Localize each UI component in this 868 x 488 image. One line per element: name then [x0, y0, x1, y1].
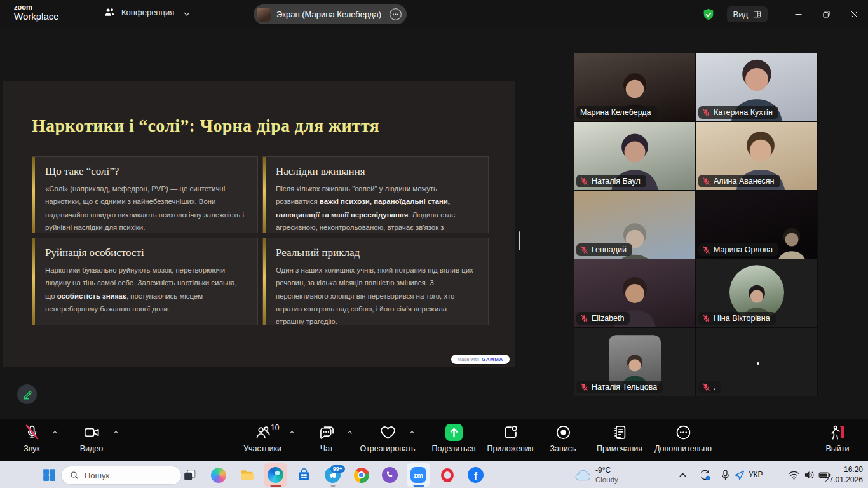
card-title: Руйнація особистості	[45, 247, 246, 259]
edge-icon	[268, 467, 283, 483]
clock-widget[interactable]: 16:20 27.01.2026	[825, 465, 863, 485]
sync-status-icon[interactable]	[698, 468, 712, 482]
toolbar-label: Поделиться	[431, 444, 475, 453]
apps-icon	[502, 424, 519, 441]
copilot-button[interactable]	[207, 463, 230, 487]
volume-icon[interactable]	[802, 468, 816, 482]
made-with-gamma-badge[interactable]: Made with GAMMA	[451, 355, 510, 364]
muted-mic-icon	[702, 246, 710, 254]
time: 16:20	[825, 465, 863, 475]
heart-icon	[379, 424, 397, 441]
weather-condition: Cloudy	[595, 475, 618, 484]
windows-logo-icon	[41, 467, 57, 483]
badge-prefix: Made with	[458, 356, 479, 362]
date: 27.01.2026	[825, 475, 863, 485]
shared-screen-slide: Наркотики і “солі”: Чорна діра для життя…	[3, 81, 515, 367]
folder-icon	[239, 467, 255, 483]
microsoft-store-button[interactable]	[292, 463, 316, 487]
toolbar-label: Звук	[24, 444, 40, 453]
participant-nameplate: Алина Аванесян	[698, 175, 780, 187]
slide-card-2: Наслідки вживанняПісля кількох вживань "…	[262, 156, 489, 233]
leave-door-icon	[829, 424, 846, 441]
chrome-icon	[354, 468, 369, 483]
muted-mic-icon	[702, 177, 710, 186]
close-button[interactable]	[840, 0, 868, 29]
share-tab-label: Экран (Марина Келеберда)	[276, 10, 383, 19]
start-button[interactable]	[37, 463, 61, 487]
file-explorer-button[interactable]	[235, 463, 259, 487]
placeholder-dot	[757, 362, 759, 365]
muted-mic-icon	[580, 383, 588, 391]
meeting-toolbar: ЗвукВидео10УчастникиЧатОтреагироватьПоде…	[0, 419, 868, 461]
camera-icon	[83, 424, 100, 441]
slide-card-3: Руйнація особистостіНаркотики буквально …	[32, 238, 258, 325]
participant-tile-7[interactable]: Elizabeth	[574, 259, 695, 327]
workspace-chevron-down-icon[interactable]	[182, 9, 192, 19]
toolbar-more-button[interactable]: Дополнительно	[645, 424, 721, 453]
meeting-tab-label: Конференция	[121, 8, 174, 17]
telegram-button[interactable]: 99+	[321, 463, 344, 487]
record-icon	[555, 424, 572, 441]
muted-mic-icon	[702, 109, 710, 117]
layout-icon	[752, 10, 762, 19]
weather-temp: -9°C	[595, 466, 618, 475]
participant-name: Марина Орлова	[714, 245, 773, 254]
card-title: Реальний приклад	[276, 247, 477, 259]
language-indicator[interactable]: УКР	[749, 470, 763, 479]
participant-tile-8[interactable]: Ніна Вікторівна	[696, 259, 817, 327]
weather-widget[interactable]: -9°C Cloudy	[570, 463, 622, 487]
participant-nameplate: Наталія Тельцова	[576, 381, 663, 393]
security-shield-icon[interactable]	[702, 8, 715, 22]
opera-button[interactable]	[435, 463, 459, 487]
viber-button[interactable]	[378, 463, 402, 487]
microphone-in-use-icon[interactable]	[718, 468, 732, 482]
card-body: Наркотики буквально руйнують мозок, пере…	[45, 264, 246, 315]
minimize-button[interactable]	[784, 0, 812, 29]
toolbar-video-chevron-icon[interactable]	[110, 428, 121, 439]
panel-resize-handle[interactable]	[519, 231, 520, 250]
participant-tile-6[interactable]: Марина Орлова	[696, 191, 817, 259]
telegram-icon: 99+	[325, 467, 341, 483]
tab-shared-screen[interactable]: Экран (Марина Келеберда)	[254, 4, 407, 24]
toolbar-label: Дополнительно	[654, 444, 712, 453]
people-icon	[104, 6, 116, 18]
zoom-workplace-logo: zoom Workplace	[14, 3, 59, 22]
participant-tile-9[interactable]: Наталія Тельцова	[574, 328, 695, 396]
toolbar-leave-button[interactable]: Выйти	[799, 424, 868, 453]
chat-icon	[318, 424, 336, 441]
toolbar-label: Чат	[320, 444, 334, 453]
participant-tile-3[interactable]: Наталія Баул	[574, 122, 695, 190]
zoom-app-button[interactable]: zm	[407, 463, 430, 487]
muted-mic-icon	[580, 315, 588, 323]
facebook-button[interactable]: f	[464, 463, 487, 487]
share-tab-more-icon[interactable]	[388, 7, 403, 22]
view-button[interactable]: Вид	[727, 6, 768, 22]
taskbar-search-input[interactable]: Пошук	[61, 466, 182, 485]
restore-button[interactable]	[812, 0, 840, 29]
cloud-icon	[574, 467, 590, 484]
participant-nameplate: Ніна Вікторівна	[698, 312, 776, 325]
tab-meeting[interactable]: Конференция	[104, 6, 174, 18]
toolbar-label: Отреагировать	[360, 444, 415, 453]
participant-name: Геннадий	[592, 245, 627, 254]
participant-tile-4[interactable]: Алина Аванесян	[696, 122, 817, 190]
participant-tile-2[interactable]: Катерина Кухтін	[696, 53, 817, 121]
participant-tile-1[interactable]: Марина Келеберда	[574, 53, 695, 121]
participant-name: Ніна Вікторівна	[714, 314, 770, 323]
chrome-button[interactable]	[349, 463, 373, 487]
badge-brand: GAMMA	[482, 356, 503, 362]
opera-icon	[441, 468, 454, 482]
participant-nameplate: Elizabeth	[576, 312, 630, 325]
task-view-button[interactable]	[178, 463, 201, 487]
edge-button[interactable]	[264, 463, 287, 487]
toolbar-label: Участники	[243, 444, 281, 453]
wifi-icon[interactable]	[787, 468, 801, 482]
participant-tile-5[interactable]: Геннадий	[574, 191, 695, 259]
hidden-icons-chevron-icon[interactable]	[675, 468, 689, 482]
zoom-window: zoom Workplace Конференция Экран (Марина…	[0, 0, 868, 488]
muted-mic-icon	[580, 246, 588, 254]
location-in-use-icon[interactable]	[732, 468, 746, 482]
participant-tile-10[interactable]: .	[696, 328, 817, 396]
annotate-pencil-button[interactable]	[17, 384, 37, 404]
copilot-icon	[211, 468, 226, 483]
